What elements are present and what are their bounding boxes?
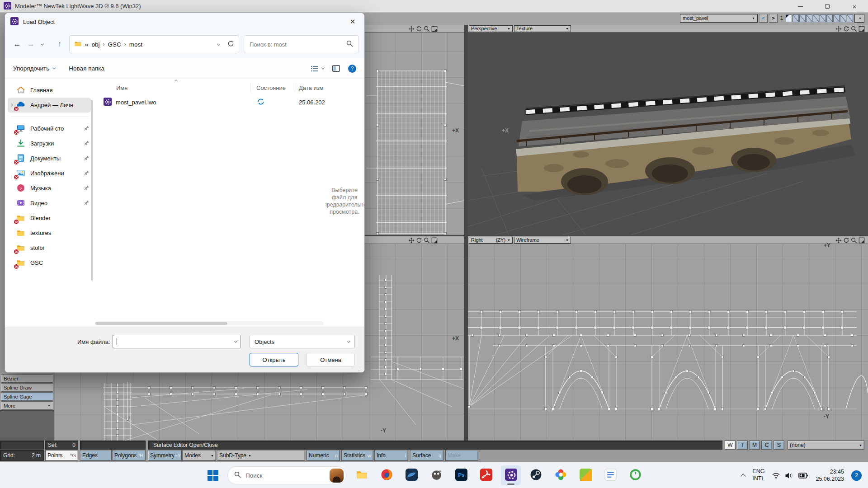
- taskbar-search[interactable]: Поиск: [227, 466, 346, 484]
- numeric-panel-button[interactable]: Numericn: [307, 450, 340, 461]
- language-indicator[interactable]: ENGINTL: [752, 468, 764, 482]
- layer-bank-dropdown[interactable]: ▼: [854, 14, 864, 23]
- help-button[interactable]: ?: [348, 65, 356, 73]
- zoom-viewport-icon[interactable]: [423, 237, 430, 244]
- display-toggle-m[interactable]: M: [749, 441, 760, 450]
- taskbar-app-photoshop[interactable]: Ps: [451, 465, 471, 485]
- subd-type-dropdown[interactable]: SubD-Type▼: [217, 450, 305, 461]
- clock[interactable]: 23:45 25.06.2023: [816, 468, 844, 483]
- breadcrumb-dropdown-icon[interactable]: [217, 42, 220, 45]
- surface-preset-dropdown[interactable]: (none)▼: [788, 441, 864, 450]
- taskbar-app-capture[interactable]: [576, 465, 595, 485]
- volume-icon[interactable]: [785, 472, 794, 479]
- viewport-perspective-canvas[interactable]: [468, 33, 868, 235]
- display-toggle-c[interactable]: C: [761, 441, 772, 450]
- wifi-icon[interactable]: [772, 472, 780, 479]
- taskbar-app-notes[interactable]: [600, 465, 620, 485]
- open-button[interactable]: Открыть: [250, 353, 298, 366]
- zoom-viewport-icon[interactable]: [423, 25, 430, 32]
- taskbar-app-gimp[interactable]: [426, 465, 446, 485]
- column-header-date[interactable]: Дата изм: [295, 83, 326, 93]
- expand-chevron-icon[interactable]: [10, 103, 13, 107]
- horizontal-scrollbar[interactable]: [95, 321, 324, 325]
- bezier-button[interactable]: Bezier: [1, 374, 53, 383]
- file-row[interactable]: most_pavel.lwo 25.06.202: [97, 94, 326, 110]
- maximize-viewport-icon[interactable]: [431, 25, 438, 32]
- layer-cell-2[interactable]: [793, 14, 799, 22]
- layer-cell-6[interactable]: [820, 14, 826, 22]
- view-type-dropdown[interactable]: Right (ZY)▼: [469, 237, 513, 244]
- render-mode-dropdown[interactable]: Wireframe▼: [514, 237, 571, 244]
- render-mode-dropdown[interactable]: Texture▼: [514, 25, 571, 32]
- viewport-right-view-canvas[interactable]: [468, 244, 868, 441]
- move-viewport-icon[interactable]: [835, 25, 842, 32]
- maximize-button[interactable]: [814, 0, 841, 13]
- sidebar-item-4[interactable]: Загрузки: [8, 136, 91, 151]
- scrollbar-thumb[interactable]: [95, 322, 227, 325]
- layer-cell-10[interactable]: [847, 14, 853, 22]
- display-toggle-t[interactable]: T: [737, 441, 748, 450]
- zoom-viewport-icon[interactable]: [850, 237, 857, 244]
- breadcrumb-item-most[interactable]: most: [129, 41, 142, 48]
- forward-button[interactable]: →: [24, 38, 38, 51]
- refresh-icon[interactable]: [227, 40, 234, 48]
- surface-panel-button[interactable]: Surfaceq: [410, 450, 443, 461]
- viewport-divider-vertical[interactable]: [464, 25, 468, 441]
- rotate-viewport-icon[interactable]: [415, 237, 422, 244]
- minimize-button[interactable]: [787, 0, 814, 13]
- search-input[interactable]: Поиск в: most: [244, 35, 359, 53]
- new-folder-button[interactable]: Новая папка: [69, 65, 104, 72]
- maximize-viewport-icon[interactable]: [858, 25, 865, 32]
- display-toggle-w[interactable]: W: [725, 441, 736, 450]
- sidebar-item-3[interactable]: Рабочий сто: [8, 121, 91, 136]
- sidebar-item-7[interactable]: ♪Музыка: [8, 181, 91, 196]
- sidebar-item-8[interactable]: Видео: [8, 196, 91, 211]
- cancel-button[interactable]: Отмена: [307, 353, 355, 366]
- spline-cage-button[interactable]: Spline Cage: [1, 392, 53, 401]
- layer-cell-5[interactable]: [813, 14, 819, 22]
- battery-icon[interactable]: [798, 472, 808, 479]
- taskbar-app-lightwave[interactable]: [501, 465, 521, 485]
- notification-badge[interactable]: 2: [851, 470, 862, 481]
- edges-mode-button[interactable]: Edges: [80, 450, 112, 461]
- taskbar-app-media[interactable]: [625, 465, 645, 485]
- current-object-dropdown[interactable]: most_pavel▼: [680, 14, 758, 23]
- sidebar-item-12[interactable]: GSC: [8, 255, 91, 270]
- sidebar-item-6[interactable]: Изображени: [8, 166, 91, 181]
- sidebar-item-1[interactable]: Главная: [8, 83, 91, 98]
- points-mode-button[interactable]: Points^G: [45, 450, 78, 461]
- filename-input[interactable]: [113, 335, 241, 348]
- layer-cell-1[interactable]: [786, 14, 792, 22]
- layer-cell-4[interactable]: [806, 14, 812, 22]
- move-viewport-icon[interactable]: [408, 25, 415, 32]
- resize-grip[interactable]: .···: [358, 367, 362, 371]
- tray-overflow-chevron-icon[interactable]: [741, 474, 746, 479]
- view-options-button[interactable]: [311, 66, 324, 72]
- statistics-panel-button[interactable]: Statisticsw: [341, 450, 373, 461]
- taskbar-app-firefox[interactable]: [377, 465, 396, 485]
- more-button[interactable]: More▼: [1, 401, 53, 410]
- taskbar-app-messenger[interactable]: [401, 465, 421, 485]
- info-panel-button[interactable]: Infoi: [374, 450, 408, 461]
- maximize-viewport-icon[interactable]: [431, 237, 438, 244]
- taskbar-app-steam[interactable]: [526, 465, 546, 485]
- sidebar-item-10[interactable]: textures: [8, 225, 91, 240]
- modes-dropdown[interactable]: Modes▼: [182, 450, 216, 461]
- breadcrumb-item-gsc[interactable]: GSC: [108, 41, 121, 48]
- column-header-status[interactable]: Состояние: [251, 83, 295, 93]
- symmetry-button[interactable]: Symmetry+Y: [148, 450, 182, 461]
- breadcrumb-item-obj[interactable]: obj: [92, 41, 100, 48]
- up-button[interactable]: ↑: [53, 38, 66, 51]
- taskbar-app-acrobat[interactable]: [476, 465, 496, 485]
- breadcrumb-collapse[interactable]: «: [85, 41, 89, 48]
- start-button[interactable]: [204, 466, 222, 484]
- sidebar-item-5[interactable]: Документы: [8, 151, 91, 166]
- next-layer-button[interactable]: >: [769, 14, 778, 23]
- display-toggle-s[interactable]: S: [774, 441, 784, 450]
- zoom-viewport-icon[interactable]: [850, 25, 857, 32]
- move-viewport-icon[interactable]: [835, 237, 842, 244]
- view-type-dropdown[interactable]: Perspective▼: [469, 25, 513, 32]
- breadcrumb[interactable]: « obj› GSC› most: [69, 35, 239, 53]
- layer-cell-7[interactable]: [826, 14, 833, 22]
- taskbar-app-photos[interactable]: [551, 465, 571, 485]
